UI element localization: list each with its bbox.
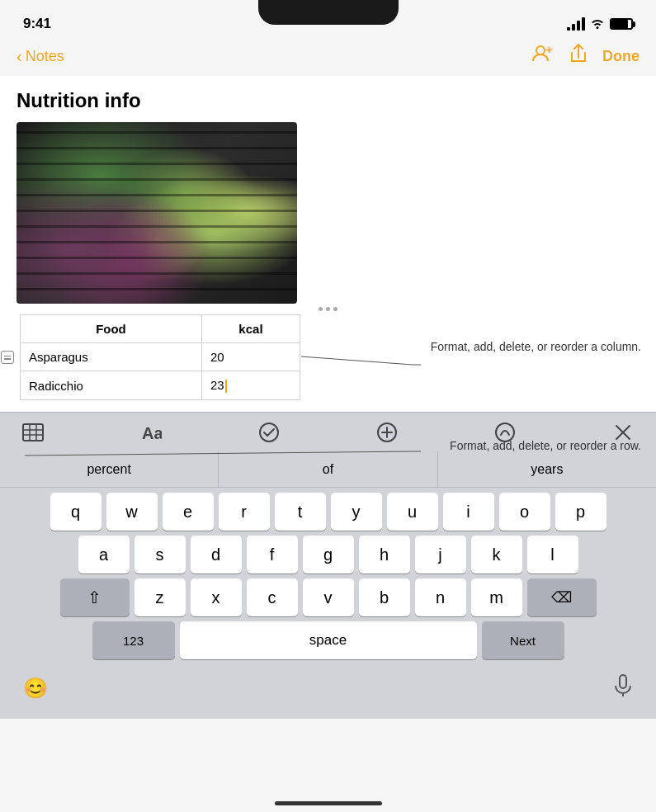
add-collaborator-icon[interactable]: + [531,43,555,69]
microphone-icon[interactable] [613,674,633,702]
notch [258,0,399,25]
key-v[interactable]: v [303,578,354,616]
image-resize-handle[interactable] [17,304,639,314]
svg-text:Aa: Aa [142,424,162,442]
key-z[interactable]: z [135,578,186,616]
predictive-item-2[interactable]: years [438,451,656,487]
key-e[interactable]: e [163,493,214,531]
key-y[interactable]: y [331,493,382,531]
checklist-icon[interactable] [252,418,286,447]
keyboard: percent of years q w e r t y u i o p a s… [0,451,656,666]
key-k[interactable]: k [471,536,522,574]
predictive-item-0[interactable]: percent [0,451,219,487]
key-w[interactable]: w [106,493,158,531]
predictive-bar: percent of years [0,451,656,488]
table-cell-food-2: Radicchio [21,371,202,400]
back-button[interactable]: ‹ Notes [17,47,64,66]
predictive-item-1[interactable]: of [219,451,437,487]
key-g[interactable]: g [303,536,354,574]
table-header-row: Food kcal [21,315,300,343]
key-t[interactable]: t [275,493,326,531]
keyboard-row-2: a s d f g h j k l [0,531,656,574]
key-c[interactable]: c [247,578,298,616]
key-l[interactable]: l [527,536,578,574]
numbers-key[interactable]: 123 [92,621,175,659]
food-image [17,122,297,304]
key-u[interactable]: u [387,493,438,531]
svg-rect-20 [620,675,626,688]
table-cell-kcal-2[interactable]: 23 [201,371,300,400]
key-a[interactable]: a [78,536,130,574]
next-key[interactable]: Next [482,621,564,659]
table-row: Asparagus 20 [21,343,300,371]
note-inner: Nutrition info [0,76,656,412]
note-content: Nutrition info [0,76,656,412]
shift-key[interactable]: ⇧ [60,578,130,616]
table-row: Radicchio 23 [21,371,300,400]
callout-bottom-text: Format, add, delete, or reorder a row. [450,437,641,455]
svg-point-0 [536,46,545,54]
key-m[interactable]: m [471,578,522,616]
back-label: Notes [26,48,64,65]
signal-bars-icon [567,17,585,31]
key-h[interactable]: h [359,536,410,574]
table-cell-kcal-1: 20 [201,343,300,371]
table-wrapper: Food kcal Asparagus 20 Radicchio 23 [20,314,300,400]
share-icon[interactable] [569,43,588,69]
key-o[interactable]: o [499,493,550,531]
key-b[interactable]: b [359,578,410,616]
callout-top-text: Format, add, delete, or reorder a column… [431,338,641,356]
table-header-kcal: kcal [201,315,300,343]
data-table: Food kcal Asparagus 20 Radicchio 23 [20,314,300,400]
key-p[interactable]: p [555,493,606,531]
keyboard-row-1: q w e r t y u i o p [0,488,656,531]
nav-bar: ‹ Notes + Done [0,36,656,76]
key-d[interactable]: d [191,536,242,574]
backspace-key[interactable]: ⌫ [527,578,597,616]
status-icons [567,17,633,31]
key-j[interactable]: j [415,536,466,574]
chevron-left-icon: ‹ [17,47,22,66]
bottom-bar: 😊 [0,666,656,719]
done-button[interactable]: Done [602,48,639,65]
text-format-icon[interactable]: Aa [135,418,168,447]
key-x[interactable]: x [191,578,242,616]
key-q[interactable]: q [50,493,101,531]
home-indicator [275,801,382,805]
key-s[interactable]: s [135,536,186,574]
key-r[interactable]: r [219,493,270,531]
svg-rect-7 [23,424,43,441]
space-key[interactable]: space [180,621,477,659]
add-icon[interactable] [370,418,404,447]
svg-point-13 [260,423,278,441]
wifi-icon [590,17,605,31]
table-header-food: Food [21,315,202,343]
keyboard-row-4: 123 space Next [0,616,656,666]
note-title: Nutrition info [17,89,639,112]
table-cell-food-1: Asparagus [21,343,202,371]
key-n[interactable]: n [415,578,466,616]
nav-actions: + Done [531,43,639,69]
key-f[interactable]: f [247,536,298,574]
emoji-icon[interactable]: 😊 [23,677,48,700]
status-time: 9:41 [23,16,51,32]
key-i[interactable]: i [443,493,494,531]
battery-icon [610,18,633,30]
row-handle[interactable] [0,348,17,366]
table-format-icon[interactable] [17,418,50,447]
svg-text:+: + [546,45,552,56]
text-cursor [225,380,227,393]
keyboard-row-3: ⇧ z x c v b n m ⌫ [0,574,656,616]
